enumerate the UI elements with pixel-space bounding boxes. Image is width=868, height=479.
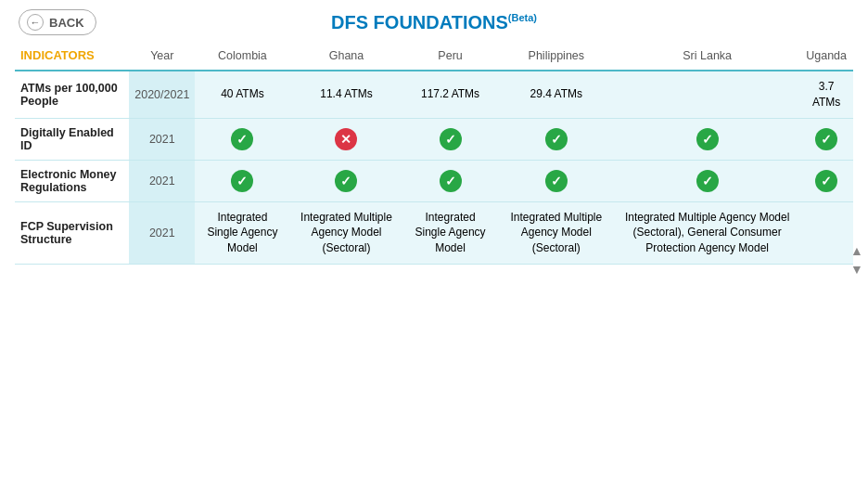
check-icon: ✓: [231, 170, 253, 192]
cell-colombia: Integrated Single Agency Model: [195, 201, 289, 264]
cell-uganda: ✓: [799, 118, 853, 160]
cell-sri_lanka: [615, 71, 799, 118]
table-row: ATMs per 100,000 People2020/202140 ATMs1…: [15, 71, 853, 118]
cell-text: Integrated Single Agency Model: [207, 211, 277, 255]
cell-ghana: ✓: [290, 160, 403, 201]
cell-uganda: 3.7 ATMs: [799, 71, 853, 118]
check-icon: ✓: [545, 170, 568, 192]
cell-text: Integrated Multiple Agency Model (Sector…: [510, 211, 602, 255]
year-cell: 2020/2021: [129, 71, 195, 118]
table-row: Electronic Money Regulations2021✓✓✓✓✓✓: [15, 160, 853, 201]
table-row: FCP Supervision Structure2021Integrated …: [15, 201, 853, 264]
back-arrow-icon: ←: [27, 14, 44, 31]
back-button[interactable]: ← BACK: [19, 9, 96, 35]
col-ghana: Ghana: [290, 41, 403, 71]
cell-peru: ✓: [402, 118, 497, 160]
back-label: BACK: [49, 16, 84, 30]
cell-text: 29.4 ATMs: [530, 87, 582, 100]
cell-philippines: 29.4 ATMs: [498, 71, 615, 118]
cell-text: 40 ATMs: [221, 87, 263, 100]
data-table: INDICATORS Year Colombia Ghana Peru Phil…: [15, 41, 853, 265]
cell-uganda: ✓: [799, 160, 853, 201]
cell-text: Integrated Multiple Agency Model (Sector…: [625, 211, 789, 255]
cell-sri_lanka: ✓: [615, 118, 799, 160]
cell-ghana: 11.4 ATMs: [290, 71, 403, 118]
table-header-row: INDICATORS Year Colombia Ghana Peru Phil…: [15, 41, 853, 71]
col-sri-lanka: Sri Lanka: [615, 41, 799, 71]
table-container: INDICATORS Year Colombia Ghana Peru Phil…: [0, 41, 868, 479]
page-title: DFS FOUNDATIONS(Beta): [331, 12, 537, 33]
cell-philippines: ✓: [498, 160, 615, 201]
indicator-name-cell: ATMs per 100,000 People: [15, 71, 129, 118]
col-colombia: Colombia: [195, 41, 289, 71]
indicator-name-cell: Digitally Enabled ID: [15, 118, 129, 160]
cell-text: Integrated Multiple Agency Model (Sector…: [300, 211, 392, 255]
scroll-indicator: ▲ ▼: [849, 243, 864, 277]
cell-ghana: ✕: [290, 118, 403, 160]
year-cell: 2021: [129, 118, 195, 160]
page-header: ← BACK DFS FOUNDATIONS(Beta): [0, 0, 868, 41]
cell-sri_lanka: ✓: [615, 160, 799, 201]
cross-icon: ✕: [335, 128, 357, 150]
col-uganda: Uganda: [799, 41, 853, 71]
cell-text: 3.7 ATMs: [812, 80, 840, 109]
col-peru: Peru: [402, 41, 497, 71]
check-icon: ✓: [696, 128, 719, 150]
check-icon: ✓: [815, 170, 837, 192]
cell-philippines: ✓: [498, 118, 615, 160]
check-icon: ✓: [335, 170, 357, 192]
check-icon: ✓: [440, 170, 462, 192]
cell-colombia: ✓: [195, 118, 289, 160]
col-year: Year: [129, 41, 195, 71]
check-icon: ✓: [696, 170, 719, 192]
check-icon: ✓: [440, 128, 462, 150]
check-icon: ✓: [815, 128, 837, 150]
indicator-name-cell: Electronic Money Regulations: [15, 160, 129, 201]
cell-text: 117.2 ATMs: [421, 87, 479, 100]
cell-colombia: ✓: [195, 160, 289, 201]
cell-colombia: 40 ATMs: [195, 71, 289, 118]
indicator-name-cell: FCP Supervision Structure: [15, 201, 129, 264]
scroll-up-icon[interactable]: ▲: [849, 243, 864, 258]
cell-philippines: Integrated Multiple Agency Model (Sector…: [498, 201, 615, 264]
check-icon: ✓: [545, 128, 568, 150]
cell-peru: 117.2 ATMs: [402, 71, 497, 118]
cell-peru: Integrated Single Agency Model: [402, 201, 497, 264]
col-philippines: Philippines: [498, 41, 615, 71]
cell-uganda: [799, 201, 853, 264]
scroll-down-icon[interactable]: ▼: [849, 262, 864, 277]
table-row: Digitally Enabled ID2021✓✕✓✓✓✓: [15, 118, 853, 160]
col-indicators: INDICATORS: [15, 41, 129, 71]
cell-peru: ✓: [402, 160, 497, 201]
cell-sri_lanka: Integrated Multiple Agency Model (Sector…: [615, 201, 799, 264]
cell-text: Integrated Single Agency Model: [415, 211, 486, 255]
cell-ghana: Integrated Multiple Agency Model (Sector…: [290, 201, 403, 264]
year-cell: 2021: [129, 201, 195, 264]
check-icon: ✓: [231, 128, 253, 150]
year-cell: 2021: [129, 160, 195, 201]
cell-text: 11.4 ATMs: [320, 87, 372, 100]
